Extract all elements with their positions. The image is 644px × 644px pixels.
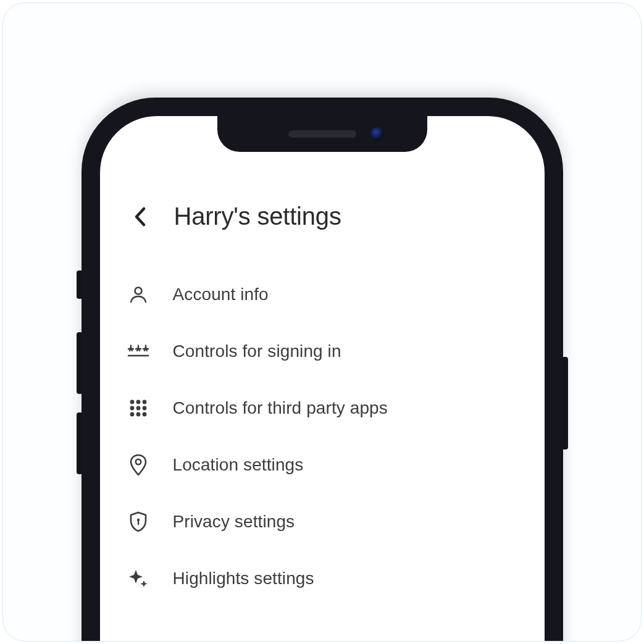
menu-item-third-party-controls[interactable]: Controls for third party apps (127, 380, 517, 437)
svg-point-7 (142, 406, 146, 411)
svg-point-3 (136, 400, 140, 404)
notch (217, 116, 427, 152)
menu-item-location-settings[interactable]: Location settings (127, 437, 517, 493)
person-icon (127, 283, 149, 306)
menu-item-highlights-settings[interactable]: Highlights settings (127, 550, 517, 607)
menu-item-privacy-settings[interactable]: Privacy settings (127, 493, 517, 550)
back-button[interactable] (127, 204, 152, 229)
chevron-left-icon (133, 206, 146, 227)
svg-point-10 (142, 412, 146, 417)
svg-point-11 (135, 459, 140, 464)
svg-point-8 (130, 412, 134, 417)
svg-point-4 (142, 400, 146, 404)
page-header: Harry's settings (127, 203, 517, 230)
shield-icon (127, 511, 149, 533)
device-frame: Harry's settings Account info (2, 2, 642, 642)
svg-point-0 (135, 288, 141, 295)
front-camera (370, 127, 384, 141)
password-icon (127, 340, 149, 362)
settings-menu: Account info Controls for signing in (127, 266, 517, 607)
settings-page: Harry's settings Account info (100, 190, 545, 642)
menu-item-account-info[interactable]: Account info (127, 266, 517, 323)
phone-mock: Harry's settings Account info (82, 98, 563, 642)
svg-point-5 (130, 406, 134, 411)
speaker-grill (288, 130, 356, 138)
menu-item-label: Controls for signing in (173, 341, 341, 361)
pin-icon (127, 454, 149, 476)
menu-item-label: Privacy settings (173, 512, 295, 532)
menu-item-label: Highlights settings (173, 569, 314, 588)
grid-icon (127, 397, 149, 419)
phone-screen: Harry's settings Account info (100, 116, 545, 642)
svg-point-6 (136, 406, 140, 411)
menu-item-label: Account info (173, 285, 269, 304)
svg-point-9 (136, 412, 140, 417)
svg-point-2 (130, 400, 134, 404)
menu-item-label: Location settings (173, 455, 304, 475)
menu-item-signin-controls[interactable]: Controls for signing in (127, 323, 517, 380)
sparkle-icon (127, 567, 149, 590)
page-title: Harry's settings (174, 203, 341, 230)
menu-item-label: Controls for third party apps (173, 398, 388, 418)
